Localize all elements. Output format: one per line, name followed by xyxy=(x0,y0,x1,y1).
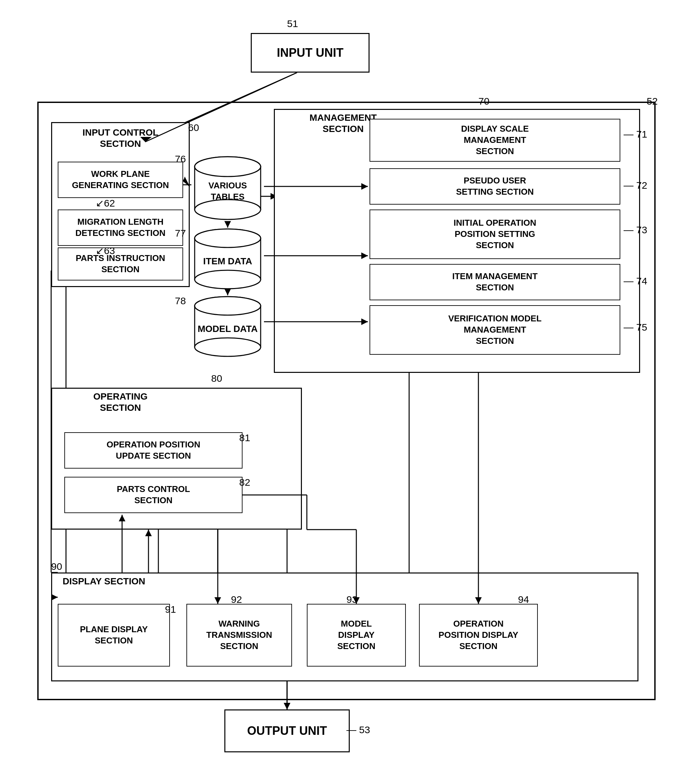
input-control-label: INPUT CONTROLSECTION xyxy=(58,127,183,149)
svg-point-21 xyxy=(195,157,261,177)
ref-51: 51 xyxy=(287,18,298,29)
ref-77: 77 xyxy=(175,228,186,239)
ref-73: — 73 xyxy=(624,224,647,236)
ref-60: 60 xyxy=(188,122,199,133)
pseudo-user-box: PSEUDO USERSETTING SECTION xyxy=(369,168,620,204)
work-plane-box: WORK PLANEGENERATING SECTION xyxy=(58,162,183,198)
ref-82: 82 xyxy=(239,477,250,488)
ref-62: ↙62 xyxy=(96,197,115,209)
diagram: 51 INPUT UNIT xyxy=(0,0,681,784)
ref-78: 78 xyxy=(175,295,186,307)
migration-length-box: MIGRATION LENGTHDETECTING SECTION xyxy=(58,209,183,246)
svg-marker-58 xyxy=(224,221,231,228)
item-management-box: ITEM MANAGEMENTSECTION xyxy=(369,264,620,300)
ref-94: 94 xyxy=(518,594,529,605)
ref-74: — 74 xyxy=(624,276,647,287)
ref-76: 76 xyxy=(175,154,186,165)
ref-93: 93 xyxy=(347,594,357,605)
operating-section-label: OPERATINGSECTION xyxy=(58,391,183,413)
ref-70: 70 xyxy=(478,96,489,107)
ref-52: 52 xyxy=(647,96,657,107)
output-unit-box: OUTPUT UNIT xyxy=(224,710,350,752)
operation-position-update-box: OPERATION POSITIONUPDATE SECTION xyxy=(64,432,242,469)
ref-53: — 53 xyxy=(347,724,370,735)
item-data-cylinder: ITEM DATA xyxy=(192,228,264,290)
ref-92: 92 xyxy=(231,594,242,605)
svg-marker-52 xyxy=(284,703,290,710)
warning-transmission-box: WARNINGTRANSMISSIONSECTION xyxy=(187,604,292,667)
ref-91: 91 xyxy=(165,604,176,615)
ref-71: — 71 xyxy=(624,129,647,140)
input-unit-box: INPUT UNIT xyxy=(251,33,369,73)
svg-marker-50 xyxy=(145,530,152,536)
ref-63: ↙63 xyxy=(96,245,115,257)
display-scale-box: DISPLAY SCALEMANAGEMENTSECTION xyxy=(369,119,620,162)
svg-point-24 xyxy=(195,270,261,289)
svg-point-28 xyxy=(195,338,261,356)
svg-marker-17 xyxy=(284,703,290,710)
display-section-label: DISPLAY SECTION xyxy=(58,576,150,587)
verification-model-box: VERIFICATION MODELMANAGEMENTSECTION xyxy=(369,305,620,355)
model-data-cylinder: MODEL DATA xyxy=(192,295,264,358)
svg-point-20 xyxy=(195,200,261,219)
ref-75: — 75 xyxy=(624,322,647,333)
various-tables-cylinder: VARIOUSTABLES xyxy=(192,155,264,221)
ref-80: 80 xyxy=(211,373,222,384)
plane-display-box: PLANE DISPLAYSECTION xyxy=(58,604,170,667)
parts-control-box: PARTS CONTROLSECTION xyxy=(64,477,242,513)
svg-point-29 xyxy=(195,297,261,315)
ref-90: 90 xyxy=(51,561,62,572)
svg-point-25 xyxy=(195,229,261,247)
initial-operation-box: INITIAL OPERATIONPOSITION SETTINGSECTION xyxy=(369,209,620,259)
ref-81: 81 xyxy=(239,432,250,443)
model-display-box: MODELDISPLAYSECTION xyxy=(307,604,406,667)
operation-position-display-box: OPERATIONPOSITION DISPLAYSECTION xyxy=(419,604,538,667)
parts-instruction-box: PARTS INSTRUCTIONSECTION xyxy=(58,247,183,280)
ref-72: — 72 xyxy=(624,180,647,191)
